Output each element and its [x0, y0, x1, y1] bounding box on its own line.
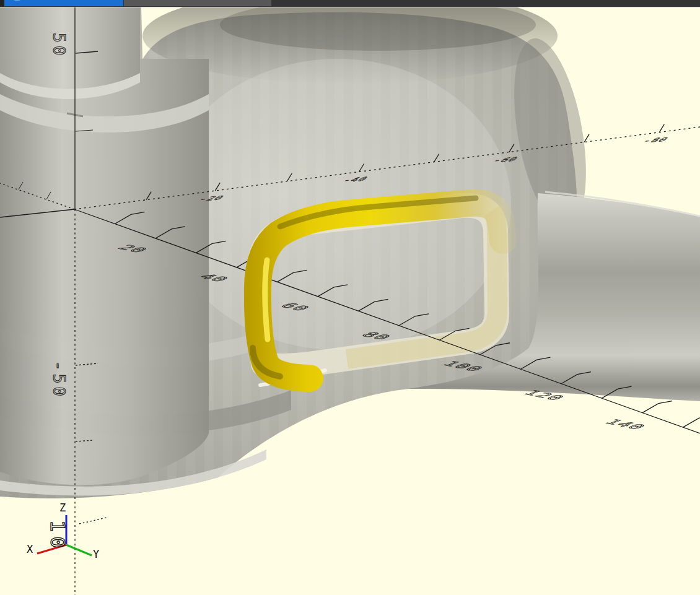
- indicator-z-label: Z: [59, 502, 66, 514]
- tab-bar: thali.scad Untitled.scad: [0, 0, 700, 7]
- z-negative-tick-label: -50: [50, 361, 68, 399]
- indicator-scale-label: 10: [46, 520, 69, 553]
- openscad-window: 20406080100120140-20-40-60-80 50 -50 X Y…: [0, 0, 700, 595]
- indicator-x-label: X: [27, 543, 33, 555]
- tab-label: thali.scad: [29, 0, 68, 1]
- tab-label: Untitled.scad: [171, 0, 225, 1]
- tab-thali-scad[interactable]: thali.scad: [4, 0, 123, 6]
- tab-untitled-scad[interactable]: Untitled.scad: [124, 0, 271, 6]
- z-positive-tick-label: 50: [50, 33, 68, 58]
- tab-bar-edge: [0, 0, 4, 7]
- tab-bar-divider: [0, 7, 700, 7]
- indicator-y-label: Y: [93, 548, 99, 560]
- tab-file-icon[interactable]: [12, 0, 22, 1]
- viewport-3d[interactable]: 20406080100120140-20-40-60-80 50 -50 X Y…: [0, 0, 700, 595]
